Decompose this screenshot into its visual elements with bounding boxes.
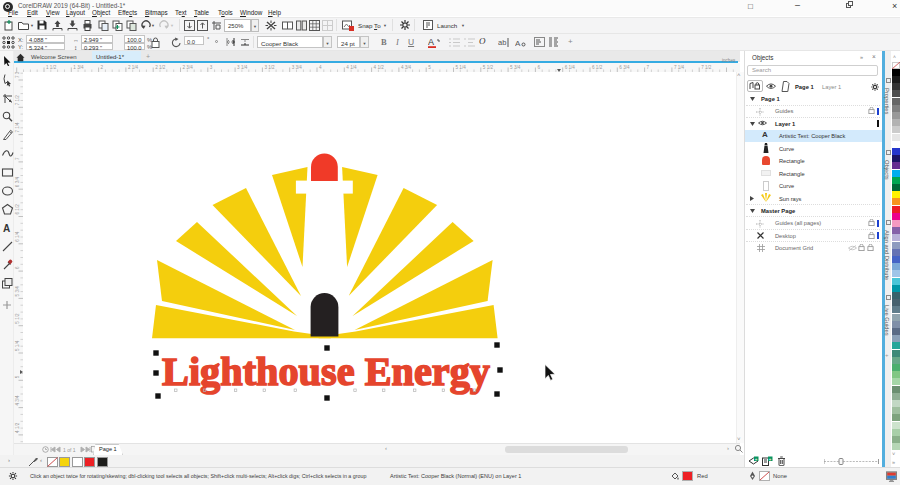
svg-text:5: 5 — [428, 65, 431, 70]
svg-text:A: A — [515, 39, 521, 47]
svg-text:7: 7 — [15, 157, 20, 160]
svg-text:5 3/4: 5 3/4 — [510, 65, 521, 70]
svg-text:A: A — [3, 223, 10, 234]
svg-text:4 3/4: 4 3/4 — [401, 65, 412, 70]
svg-text:+: + — [755, 457, 758, 462]
svg-text:5 3/4: 5 3/4 — [15, 286, 20, 297]
svg-text:6 3/4: 6 3/4 — [15, 177, 20, 188]
svg-text:5 1/4: 5 1/4 — [456, 65, 467, 70]
svg-text:1 3/4: 1 3/4 — [73, 65, 84, 70]
svg-text:6 1/4: 6 1/4 — [565, 65, 576, 70]
svg-text:6 1/2: 6 1/2 — [15, 204, 20, 215]
svg-text:1 1/2: 1 1/2 — [46, 65, 57, 70]
svg-text:A: A — [428, 37, 434, 47]
svg-text:3 1/2: 3 1/2 — [264, 65, 275, 70]
svg-text:7 3/4: 7 3/4 — [15, 72, 20, 78]
svg-text:6 1/2: 6 1/2 — [592, 65, 603, 70]
svg-text:7 1/4: 7 1/4 — [15, 122, 20, 133]
svg-text:5 1/2: 5 1/2 — [15, 313, 20, 324]
svg-text:ab: ab — [498, 38, 506, 47]
svg-text:4 1/2: 4 1/2 — [15, 422, 20, 433]
svg-text:3: 3 — [210, 65, 213, 70]
svg-text:7 1/2: 7 1/2 — [15, 95, 20, 106]
svg-text:2 3/4: 2 3/4 — [183, 65, 194, 70]
svg-text:3 3/4: 3 3/4 — [292, 65, 303, 70]
svg-text:4 1/2: 4 1/2 — [374, 65, 385, 70]
svg-text:6: 6 — [537, 65, 540, 70]
svg-text:7: 7 — [647, 65, 650, 70]
svg-text:7 1/4: 7 1/4 — [674, 65, 685, 70]
svg-text:5 1/2: 5 1/2 — [483, 65, 494, 70]
svg-text:6: 6 — [15, 266, 20, 269]
svg-text:4: 4 — [319, 65, 322, 70]
svg-text:6 3/4: 6 3/4 — [619, 65, 630, 70]
svg-text:7 1/2: 7 1/2 — [701, 65, 712, 70]
svg-text:Lighthouse Energy: Lighthouse Energy — [162, 348, 490, 394]
svg-text:2 1/2: 2 1/2 — [155, 65, 166, 70]
svg-text:2 1/4: 2 1/4 — [128, 65, 139, 70]
svg-text:5: 5 — [15, 375, 20, 378]
svg-text:4 1/4: 4 1/4 — [346, 65, 357, 70]
svg-text:3 1/4: 3 1/4 — [237, 65, 248, 70]
svg-text:4 3/4: 4 3/4 — [15, 395, 20, 406]
svg-text:6 1/4: 6 1/4 — [15, 231, 20, 242]
svg-text:2: 2 — [101, 65, 104, 70]
svg-text:+: + — [769, 457, 772, 462]
svg-text:5 1/4: 5 1/4 — [15, 340, 20, 351]
svg-text:1 of 1: 1 of 1 — [63, 447, 76, 453]
